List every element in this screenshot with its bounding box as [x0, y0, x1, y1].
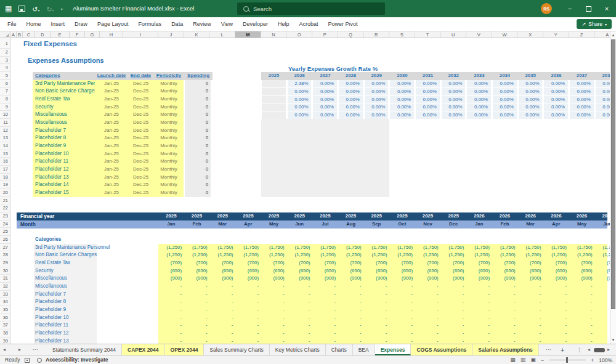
growth-rate-cell[interactable] — [262, 96, 286, 103]
monthly-value-cell[interactable]: - — [492, 291, 516, 299]
monthly-value-cell[interactable]: - — [440, 298, 464, 306]
monthly-value-cell[interactable]: (650) — [543, 267, 567, 275]
monthly-value-cell[interactable]: (900) — [517, 275, 541, 283]
ribbon-tab-review[interactable]: Review — [188, 21, 216, 27]
monthly-value-cell[interactable]: - — [492, 338, 516, 344]
monthly-value-cell[interactable]: - — [235, 283, 259, 291]
assumption-end-cell[interactable]: Dec-25 — [128, 189, 154, 197]
monthly-category-cell[interactable]: Non Basic Service Charges — [34, 251, 97, 259]
monthly-value-cell[interactable]: (700) — [466, 259, 490, 267]
growth-rate-cell[interactable]: 0.00% — [493, 96, 517, 103]
monthly-value-cell[interactable]: - — [569, 330, 593, 338]
assumption-spending-cell[interactable]: 0 — [185, 158, 208, 166]
monthly-value-cell[interactable]: - — [312, 298, 336, 306]
monthly-value-cell[interactable]: - — [569, 291, 593, 299]
growth-rate-cell[interactable]: 0.00% — [365, 80, 389, 87]
undo-button[interactable]: ↺▾ — [32, 3, 39, 14]
monthly-value-cell[interactable]: (1,250) — [235, 251, 259, 259]
monthly-value-cell[interactable]: - — [286, 298, 310, 306]
monthly-value-cell[interactable]: (1,250) — [286, 251, 310, 259]
monthly-value-cell[interactable]: - — [594, 338, 610, 344]
monthly-value-cell[interactable]: - — [363, 338, 387, 344]
accessibility-status[interactable]: Accessibility: Investigate — [46, 356, 108, 364]
monthly-value-cell[interactable]: - — [466, 283, 490, 291]
monthly-value-cell[interactable]: - — [286, 338, 310, 344]
monthly-value-cell[interactable]: - — [363, 322, 387, 330]
column-header-Y[interactable]: Y — [543, 31, 569, 38]
monthly-value-cell[interactable]: - — [312, 291, 336, 299]
monthly-value-cell[interactable]: (700) — [543, 259, 567, 267]
monthly-value-cell[interactable]: - — [389, 314, 413, 322]
column-header-AA[interactable]: A — [594, 31, 610, 38]
share-button[interactable]: ↗ Share ▾ — [577, 19, 612, 29]
monthly-value-cell[interactable]: - — [184, 298, 208, 306]
assumption-end-cell[interactable]: Dec-25 — [128, 80, 154, 88]
assumption-end-cell[interactable]: Dec-25 — [128, 127, 154, 135]
monthly-value-cell[interactable]: - — [235, 306, 259, 314]
monthly-value-cell[interactable]: - — [158, 322, 182, 330]
monthly-value-cell[interactable]: - — [543, 314, 567, 322]
growth-rate-cell[interactable]: 0.00% — [313, 96, 337, 103]
monthly-value-cell[interactable]: (900) — [492, 275, 516, 283]
row-header-21[interactable]: 21 — [0, 197, 10, 205]
monthly-value-cell[interactable]: (650) — [466, 267, 490, 275]
column-header-X[interactable]: X — [517, 31, 543, 38]
monthly-value-cell[interactable]: - — [184, 330, 208, 338]
monthly-value-cell[interactable]: (700) — [209, 259, 233, 267]
growth-rate-cell[interactable]: 0.00% — [416, 88, 440, 95]
growth-rate-cell[interactable] — [262, 111, 286, 119]
monthly-value-cell[interactable]: - — [158, 330, 182, 338]
assumption-periodicity-cell[interactable]: Monthly — [154, 142, 184, 150]
monthly-value-cell[interactable]: - — [415, 306, 439, 314]
growth-rate-cell[interactable]: 0.00% — [544, 96, 568, 103]
growth-rate-cell[interactable]: 0.00% — [493, 88, 517, 95]
monthly-value-cell[interactable]: - — [209, 291, 233, 299]
growth-rate-cell[interactable]: 0.00% — [467, 80, 491, 87]
tab-overflow-icon[interactable]: ⋯ — [546, 344, 551, 355]
column-header-H[interactable]: H — [100, 31, 123, 38]
assumption-end-cell[interactable]: Dec-25 — [128, 103, 154, 111]
growth-rate-cell[interactable]: 0.00% — [365, 103, 389, 111]
monthly-value-cell[interactable]: (650) — [312, 267, 336, 275]
monthly-value-cell[interactable]: (1,750) — [261, 244, 285, 252]
assumption-spending-cell[interactable]: 0 — [185, 174, 208, 182]
assumption-end-cell[interactable]: Dec-25 — [128, 181, 154, 189]
growth-rate-cell[interactable]: 0.00% — [519, 103, 543, 111]
monthly-category-cell[interactable]: Placeholder 13 — [34, 338, 97, 344]
page-layout-view-icon[interactable]: ▥ — [521, 357, 526, 363]
growth-rate-cell[interactable]: 0.00% — [596, 80, 610, 87]
assumption-launch-cell[interactable]: Jan-25 — [95, 127, 128, 135]
column-header-T[interactable]: T — [415, 31, 441, 38]
monthly-value-cell[interactable]: (1,250) — [184, 251, 208, 259]
monthly-value-cell[interactable]: (700) — [286, 259, 310, 267]
monthly-value-cell[interactable]: (1,250) — [492, 251, 516, 259]
assumption-periodicity-cell[interactable]: Monthly — [154, 174, 184, 182]
growth-rate-cell[interactable]: 0.00% — [365, 96, 389, 103]
monthly-value-cell[interactable]: - — [235, 314, 259, 322]
assumption-spending-cell[interactable]: 0 — [185, 95, 208, 103]
monthly-category-cell[interactable]: Placeholder 7 — [34, 291, 97, 299]
monthly-value-cell[interactable]: - — [261, 322, 285, 330]
next-sheet-icon[interactable]: ▸ — [18, 344, 21, 355]
monthly-category-cell[interactable]: Placeholder 9 — [34, 306, 97, 314]
growth-rate-cell[interactable]: 0.00% — [493, 111, 517, 119]
monthly-value-cell[interactable]: - — [184, 322, 208, 330]
monthly-value-cell[interactable]: - — [261, 283, 285, 291]
monthly-value-cell[interactable]: (1,750) — [286, 244, 310, 252]
macro-record-icon[interactable] — [25, 358, 30, 363]
save-icon[interactable] — [18, 6, 25, 12]
monthly-value-cell[interactable]: - — [235, 338, 259, 344]
growth-rate-cell[interactable]: 0.00% — [467, 111, 491, 119]
column-header-L[interactable]: L — [209, 31, 235, 38]
new-sheet-button[interactable]: + — [561, 344, 564, 355]
monthly-value-cell[interactable]: - — [209, 314, 233, 322]
growth-rate-cell[interactable]: 0.00% — [339, 96, 363, 103]
monthly-value-cell[interactable]: - — [286, 330, 310, 338]
monthly-value-cell[interactable]: - — [492, 330, 516, 338]
avatar[interactable]: RS — [541, 3, 552, 14]
row-header-13[interactable]: 13 — [0, 134, 10, 142]
column-header-Q[interactable]: Q — [338, 31, 364, 38]
monthly-value-cell[interactable]: - — [594, 322, 610, 330]
monthly-value-cell[interactable]: (650) — [389, 267, 413, 275]
assumption-launch-cell[interactable]: Jan-25 — [95, 87, 128, 95]
